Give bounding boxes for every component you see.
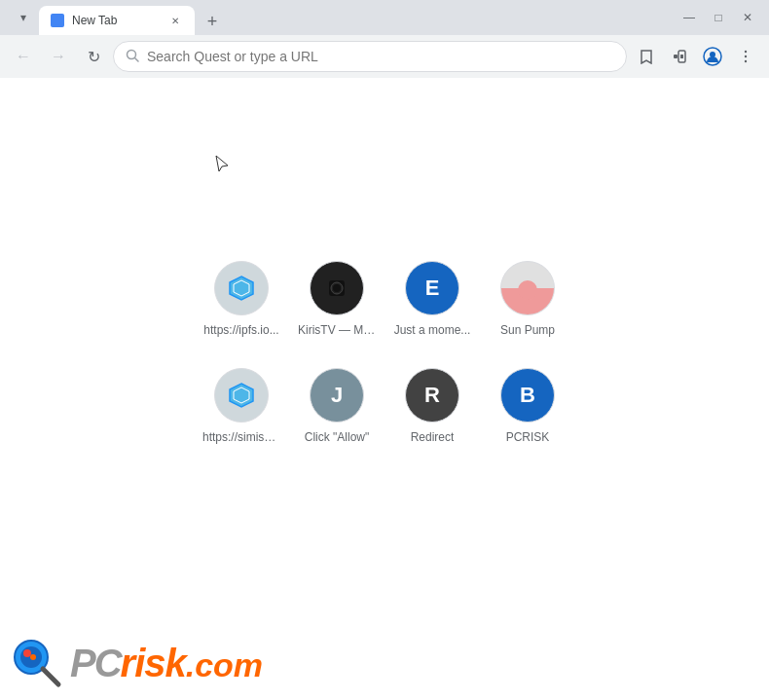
- profile-icon[interactable]: [697, 41, 728, 72]
- mouse-cursor: [212, 154, 232, 177]
- forward-btn[interactable]: →: [43, 41, 74, 72]
- tab-dropdown-btn[interactable]: ▾: [12, 6, 35, 29]
- shortcut-icon-kiristv: [310, 261, 364, 315]
- new-tab-page: https://ipfs.io... KirisTV — Mo... E Jus…: [0, 78, 769, 700]
- shortcut-icon-redirect: R: [405, 368, 459, 423]
- bookmark-icon[interactable]: [631, 41, 662, 72]
- title-bar: ▾ New Tab ✕ + — □ ✕: [0, 0, 769, 35]
- shortcut-kiristv[interactable]: KirisTV — Mo...: [293, 253, 381, 345]
- svg-line-2: [135, 57, 139, 61]
- shortcut-label-redirect: Redirect: [411, 430, 455, 444]
- pcrisk-brand-text: PC risk .com: [70, 642, 263, 685]
- shortcut-icon-pcrisk: B: [500, 368, 555, 423]
- shortcut-just-a-moment[interactable]: E Just a mome...: [388, 253, 476, 345]
- shortcut-icon-just-a-moment: E: [405, 261, 459, 315]
- shortcut-sun-pump[interactable]: Sun Pump: [484, 253, 571, 345]
- shortcut-label-kiristv: KirisTV — Mo...: [298, 323, 376, 337]
- tab-bar: New Tab ✕ +: [39, 0, 672, 35]
- shortcut-label-click-allow: Click "Allow": [305, 430, 370, 444]
- shortcut-icon-click-allow: J: [310, 368, 364, 423]
- shortcut-icon-sun-pump: [500, 261, 555, 315]
- maximize-btn[interactable]: □: [705, 4, 732, 31]
- address-input[interactable]: [147, 49, 614, 64]
- address-bar[interactable]: [113, 41, 627, 72]
- svg-point-9: [745, 55, 747, 57]
- menu-icon[interactable]: [730, 41, 761, 72]
- toolbar-actions: [631, 41, 761, 72]
- tab-label: New Tab: [72, 14, 160, 27]
- shortcut-label-pcrisk: PCRISK: [506, 430, 550, 444]
- shortcut-label-just-a-moment: Just a mome...: [394, 323, 471, 337]
- svg-point-0: [53, 16, 62, 25]
- extensions-icon[interactable]: [664, 41, 695, 72]
- toolbar: ← → ↻: [0, 35, 769, 78]
- svg-point-10: [745, 60, 747, 62]
- pcrisk-watermark: PC risk .com: [12, 638, 263, 688]
- refresh-btn[interactable]: ↻: [78, 41, 109, 72]
- shortcuts-grid: https://ipfs.io... KirisTV — Mo... E Jus…: [198, 253, 571, 452]
- svg-rect-5: [680, 55, 683, 58]
- shortcut-icon-simise: [214, 368, 269, 423]
- browser-frame: ▾ New Tab ✕ + — □ ✕ ← → ↻: [0, 0, 769, 700]
- back-btn[interactable]: ←: [8, 41, 39, 72]
- shortcut-simise[interactable]: https://simise...: [198, 360, 285, 452]
- tab-favicon: [51, 14, 64, 27]
- shortcut-redirect[interactable]: R Redirect: [388, 360, 476, 452]
- window-controls: — □ ✕: [676, 4, 761, 31]
- close-btn[interactable]: ✕: [734, 4, 761, 31]
- shortcut-ipfs[interactable]: https://ipfs.io...: [198, 253, 285, 345]
- shortcut-click-allow[interactable]: J Click "Allow": [293, 360, 381, 452]
- svg-point-8: [745, 51, 747, 53]
- shortcut-label-simise: https://simise...: [202, 430, 280, 444]
- svg-line-22: [43, 669, 58, 684]
- shortcut-label-ipfs: https://ipfs.io...: [203, 323, 278, 337]
- pc-text: PC: [70, 642, 121, 685]
- shortcut-icon-ipfs: [214, 261, 269, 315]
- minimize-btn[interactable]: —: [676, 4, 703, 31]
- shortcut-label-sun-pump: Sun Pump: [500, 323, 555, 337]
- active-tab[interactable]: New Tab ✕: [39, 6, 195, 35]
- pcrisk-logo-icon: [12, 638, 62, 688]
- svg-point-21: [30, 654, 36, 660]
- shortcut-pcrisk[interactable]: B PCRISK: [484, 360, 571, 452]
- svg-rect-3: [674, 55, 677, 58]
- search-icon: [126, 49, 139, 65]
- svg-point-20: [23, 649, 31, 657]
- dotcom-text: .com: [186, 646, 263, 684]
- risk-text: risk: [121, 642, 186, 685]
- new-tab-btn[interactable]: +: [199, 8, 226, 35]
- tab-close-btn[interactable]: ✕: [167, 13, 183, 28]
- svg-point-15: [333, 284, 341, 292]
